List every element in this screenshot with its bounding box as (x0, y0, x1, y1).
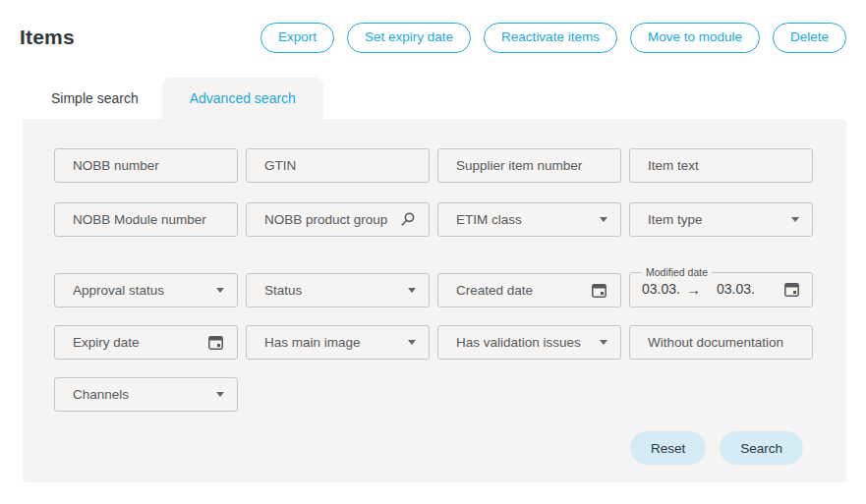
nobb-module-number-field[interactable]: NOBB Module number (54, 202, 238, 237)
field-placeholder: Has validation issues (456, 335, 594, 350)
calendar-icon (783, 281, 800, 298)
field-placeholder: GTIN (264, 158, 416, 173)
chevron-down-icon (600, 217, 607, 222)
created-date-field[interactable]: Created date (437, 273, 621, 308)
field-placeholder: ETIM class (456, 212, 594, 227)
gtin-field[interactable]: GTIN (246, 148, 430, 183)
field-placeholder: NOBB number (73, 158, 224, 173)
has-validation-issues-select[interactable]: Has validation issues (437, 325, 621, 360)
reset-button[interactable]: Reset (630, 431, 706, 465)
set-expiry-date-button[interactable]: Set expiry date (347, 23, 471, 53)
chevron-down-icon (216, 288, 224, 293)
page-title: Items (20, 26, 75, 49)
field-row-1: NOBB number GTIN Supplier item number It… (54, 148, 815, 183)
field-placeholder: Status (264, 283, 402, 298)
supplier-item-number-field[interactable]: Supplier item number (437, 148, 621, 183)
nobb-number-field[interactable]: NOBB number (54, 148, 238, 183)
tab-advanced-search[interactable]: Advanced search (162, 78, 323, 119)
move-to-module-button[interactable]: Move to module (630, 23, 760, 53)
tab-simple-search[interactable]: Simple search (28, 78, 162, 119)
field-placeholder: Has main image (264, 335, 402, 350)
field-row-2: NOBB Module number NOBB product group ET… (54, 202, 815, 237)
calendar-icon (207, 334, 224, 351)
chevron-down-icon (408, 340, 416, 345)
expiry-date-field[interactable]: Expiry date (54, 325, 238, 360)
field-placeholder: Expiry date (73, 335, 202, 350)
etim-class-select[interactable]: ETIM class (437, 202, 621, 237)
chevron-down-icon (791, 217, 799, 222)
page-header: Items Export Set expiry date Reactivate … (0, 0, 866, 55)
field-placeholder: Approval status (73, 283, 210, 298)
field-row-3: Approval status Status Created date Modi… (54, 266, 815, 308)
modified-date-legend: Modified date (642, 266, 712, 278)
search-button[interactable]: Search (720, 431, 803, 465)
item-text-field[interactable]: Item text (629, 148, 813, 183)
channels-select[interactable]: Channels (54, 377, 238, 412)
approval-status-select[interactable]: Approval status (54, 273, 238, 308)
export-button[interactable]: Export (260, 23, 334, 53)
status-select[interactable]: Status (246, 273, 430, 308)
field-placeholder: Without documentation (648, 335, 799, 350)
modified-date-from[interactable]: 03.03. (642, 281, 680, 297)
advanced-search-panel: NOBB number GTIN Supplier item number It… (23, 119, 846, 482)
form-actions: Reset Search (54, 431, 815, 465)
arrow-right-icon: → (686, 281, 701, 298)
modified-date-values: 03.03. → 03.03. (642, 278, 800, 300)
search-icon (399, 211, 416, 228)
item-type-select[interactable]: Item type (629, 202, 813, 237)
field-row-5: Channels (54, 377, 815, 412)
nobb-product-group-field[interactable]: NOBB product group (246, 202, 430, 237)
calendar-icon (591, 282, 607, 299)
field-placeholder: Supplier item number (456, 158, 607, 173)
reactivate-items-button[interactable]: Reactivate items (484, 23, 617, 53)
without-documentation-toggle[interactable]: Without documentation (629, 325, 813, 360)
chevron-down-icon (408, 288, 416, 293)
field-row-4: Expiry date Has main image Has validatio… (54, 325, 815, 360)
toolbar: Export Set expiry date Reactivate items … (260, 23, 846, 53)
modified-date-to[interactable]: 03.03. (717, 281, 755, 297)
field-placeholder: Item type (648, 212, 785, 227)
chevron-down-icon (600, 340, 607, 345)
field-placeholder: NOBB Module number (73, 212, 224, 227)
field-placeholder: Item text (648, 158, 799, 173)
delete-button[interactable]: Delete (773, 23, 846, 53)
chevron-down-icon (216, 392, 224, 397)
field-placeholder: NOBB product group (264, 212, 393, 227)
field-placeholder: Channels (73, 387, 210, 402)
has-main-image-select[interactable]: Has main image (246, 325, 430, 360)
field-placeholder: Created date (456, 283, 585, 298)
search-tabs: Simple search Advanced search (28, 78, 866, 119)
modified-date-range-field[interactable]: Modified date 03.03. → 03.03. (629, 266, 813, 308)
